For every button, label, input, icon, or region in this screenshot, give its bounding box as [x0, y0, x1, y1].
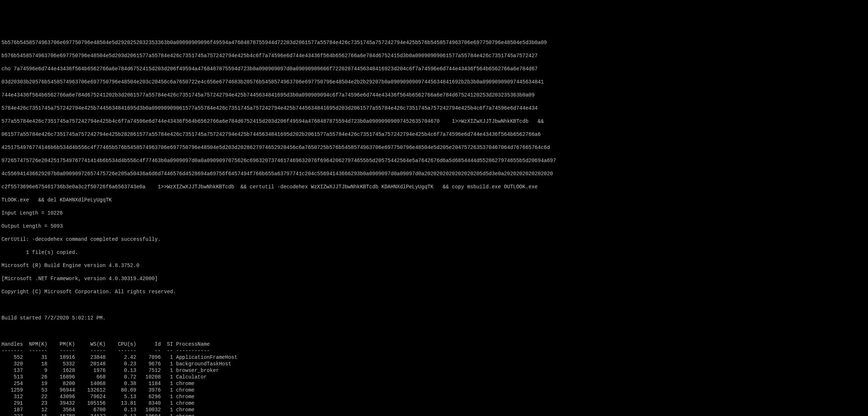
col-handles: Handles	[1, 341, 23, 348]
hex-dump-line: 972657475726e2042517549767741414b6b534d4…	[1, 157, 867, 164]
process-row: 5523118916238482.4270961ApplicationFrame…	[1, 354, 237, 361]
col-processname: ProcessName	[173, 341, 237, 348]
process-row: 2231515780341320.13106041chrome	[1, 413, 237, 416]
col-id: Id	[136, 341, 161, 348]
process-row: 1259539694413261280.0939761chrome	[1, 387, 237, 393]
col-si: SI	[161, 341, 173, 348]
terminal-output[interactable]: 5b576b5458574963706e697750796e48504e5d29…	[0, 33, 868, 416]
process-table: Handles NPM(K) PM(K) WS(K) CPU(s) Id SI …	[1, 341, 237, 416]
col-cpu: CPU(s)	[106, 341, 136, 348]
hex-dump-cmd-line: 4c556941436629207b0a09090972657475726e20…	[1, 170, 867, 177]
cmd-tail-line: TLOOK.exe && del KDAHNXdlPeLyUgqTK	[1, 197, 867, 203]
col-npm: NPM(K)	[23, 341, 47, 348]
process-row: 320185332201480.2396761backgroundTaskHos…	[1, 361, 237, 367]
hex-dump-line: 03d20303b20576b5458574963706e697750796e4…	[1, 79, 867, 85]
hex-dump-line: 744e43436f564b6562766a6e784d675241202b3d…	[1, 92, 867, 98]
process-row: 254198200140680.3811841chrome	[1, 380, 237, 387]
process-row: 51326168966680.72102081Calculator	[1, 374, 237, 380]
msbuild-banner-line: Copyright (C) Microsoft Corporation. All…	[1, 289, 867, 295]
col-ws: WS(K)	[75, 341, 106, 348]
hex-dump-line: 4251754976774146b6b534d4b556c4f77465b576…	[1, 144, 867, 151]
process-row: 18712356467000.13100321chrome	[1, 407, 237, 413]
hex-dump-line: b576b5458574963706e697750796e48504e5d203…	[1, 52, 867, 59]
col-pm: PM(K)	[47, 341, 75, 348]
process-row: 3122243096796245.1362961chrome	[1, 393, 237, 400]
process-row: 291233943210515613.8183401chrome	[1, 400, 237, 407]
certutil-output-length: Output Length = 5093	[1, 223, 867, 229]
process-table-header: Handles NPM(K) PM(K) WS(K) CPU(s) Id SI …	[1, 341, 237, 348]
certutil-input-length: Input Length = 10226	[1, 210, 867, 216]
hex-dump-line: cho 7a74596e6d744e43436f564b6562766a6e78…	[1, 66, 867, 72]
process-table-divider: ------- ------ ----- ----- ------ -- -- …	[1, 348, 237, 354]
build-started-line: Build started 7/2/2020 5:02:12 PM.	[1, 315, 867, 321]
certutil-result: CertUtil: -decodehex command completed s…	[1, 236, 867, 243]
msbuild-banner-line: [Microsoft .NET Framework, version 4.0.3…	[1, 275, 867, 282]
hex-dump-cmd-line: c2f5573696e675461736b3e0a3c2f50726f6a656…	[1, 184, 867, 190]
copy-result: 1 file(s) copied.	[1, 249, 867, 256]
msbuild-banner-line: Microsoft (R) Build Engine version 4.8.3…	[1, 262, 867, 269]
hex-dump-line: 5b576b5458574963706e697750796e48504e5d29…	[1, 39, 867, 46]
hex-dump-cmd-line: 577a55784e426c7351745a757242794e425b4c6f…	[1, 118, 867, 125]
hex-dump-line: 5784e426c7351745a757242794e425b744563484…	[1, 105, 867, 111]
process-row: 1379162819760.1375121browser_broker	[1, 367, 237, 374]
hex-dump-line: 061577a55784e426c7351745a757242794e425b2…	[1, 131, 867, 138]
